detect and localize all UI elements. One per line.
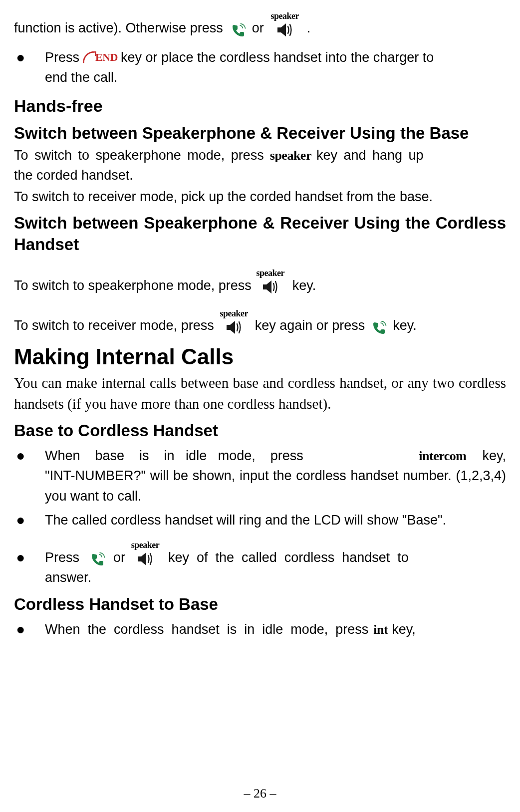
body-text: end the call. xyxy=(45,67,506,88)
body-text: key and hang up xyxy=(316,145,424,166)
body-text: "INT-NUMBER?" will be shown, input the c… xyxy=(45,466,506,506)
intercom-key-label: intercom xyxy=(419,446,466,466)
int-key-label: int xyxy=(373,620,388,639)
body-text: key. xyxy=(393,315,417,336)
heading-making-internal-calls: Making Internal Calls xyxy=(14,343,506,370)
heading-base-to-cordless: Base to Cordless Handset xyxy=(14,420,506,442)
bullet-icon: ● xyxy=(14,446,45,465)
body-text: key of the called cordless handset to xyxy=(168,547,409,568)
body-text: key or place the cordless handset into t… xyxy=(121,47,434,68)
body-text: or xyxy=(113,547,125,568)
body-text: To switch to speakerphone mode, press xyxy=(14,275,252,296)
end-label: END xyxy=(95,49,118,65)
heading-switch-base: Switch between Speakerphone & Receiver U… xyxy=(14,123,506,144)
speaker-caption: speaker xyxy=(270,9,299,23)
body-text: key. xyxy=(292,275,316,296)
body-text: When the cordless handset is in idle mod… xyxy=(45,619,368,640)
body-text: key, xyxy=(482,446,506,466)
speaker-key-icon: speaker xyxy=(260,278,280,295)
body-text: To switch to receiver mode, press xyxy=(14,315,214,336)
body-text: key, xyxy=(392,619,416,640)
speaker-key-icon: speaker xyxy=(275,21,295,38)
speaker-caption: speaker xyxy=(257,267,285,280)
heading-hands-free: Hands-free xyxy=(14,95,506,117)
page-number: – 26 – xyxy=(0,786,520,801)
heading-cordless-to-base: Cordless Handset to Base xyxy=(14,594,506,615)
phone-call-icon xyxy=(371,321,388,336)
body-text: or xyxy=(252,18,264,38)
end-key-icon: END xyxy=(82,49,118,65)
body-text: You can make internal calls between base… xyxy=(14,372,506,414)
speaker-caption: speaker xyxy=(131,539,160,552)
speaker-key-icon: speaker xyxy=(224,319,244,336)
body-text: To switch to speakerphone mode, press xyxy=(14,145,264,166)
bullet-icon: ● xyxy=(14,619,45,639)
heading-switch-cordless: Switch between Speakerphone & Receiver U… xyxy=(14,213,506,256)
phone-call-icon xyxy=(230,23,247,38)
body-text: The called cordless handset will ring an… xyxy=(45,510,506,531)
body-text: When base is in idle mode, press xyxy=(45,446,303,466)
speaker-key-label: speaker xyxy=(270,146,311,165)
bullet-icon: ● xyxy=(14,547,45,567)
body-text: Press xyxy=(45,47,79,68)
body-text: . xyxy=(307,18,311,38)
speaker-key-icon: speaker xyxy=(135,550,155,567)
body-text: function is active). Otherwise press xyxy=(14,18,223,38)
phone-call-icon xyxy=(89,552,106,567)
body-text: key again or press xyxy=(255,315,365,336)
body-text: To switch to receiver mode, pick up the … xyxy=(14,187,506,207)
body-text: Press xyxy=(45,547,79,568)
bullet-icon: ● xyxy=(14,510,45,530)
body-text: answer. xyxy=(45,567,506,588)
speaker-caption: speaker xyxy=(220,307,248,320)
body-text: the corded handset. xyxy=(14,165,506,186)
bullet-icon: ● xyxy=(14,47,45,67)
